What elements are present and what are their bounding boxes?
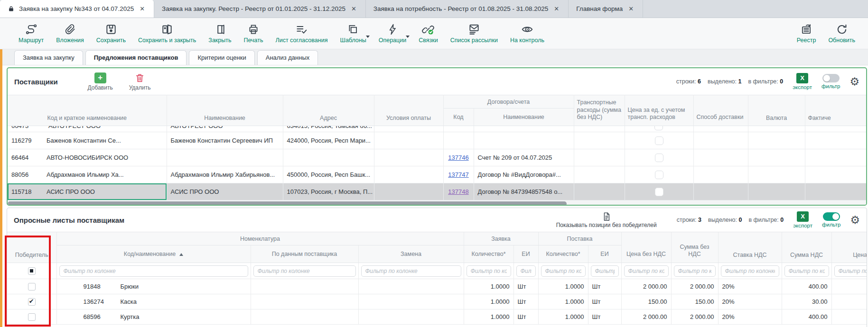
supplier-row-clipped[interactable]: 66473АВТОТРЕСТ ООО АВТОТРЕСТ ООО 634015,… — [8, 126, 866, 132]
refresh-button[interactable]: Обновить — [822, 23, 861, 44]
checkbox[interactable] — [655, 171, 663, 179]
window-tab-purchase-registry[interactable]: Заявка на закупку. Реестр - Реестр от 01… — [154, 0, 366, 18]
filter-input-unit-request[interactable] — [516, 265, 536, 277]
sheets-export-button[interactable]: X экспорт — [793, 211, 812, 228]
column-header-quantity-supply[interactable]: Количество* — [538, 245, 588, 263]
column-header-vat-amount[interactable]: Сумма НДС — [782, 232, 831, 263]
horizontal-scrollbar[interactable] — [8, 200, 866, 206]
application-window: Заявка на закупку №343 от 04.07.2025 ✕ З… — [0, 0, 868, 327]
attachments-button[interactable]: Вложения — [50, 23, 90, 44]
on-control-button[interactable]: На контроль — [504, 23, 551, 44]
filter-input-quantity-request[interactable] — [467, 265, 511, 277]
add-supplier-button[interactable]: + Добавить — [88, 73, 113, 91]
suppliers-panel: Поставщики + Добавить Удалить строки: 6 … — [7, 67, 867, 206]
sheet-row[interactable]: 136274Каска 1.0000 Шт 1.0000 Шт 150.00 1… — [7, 294, 867, 309]
column-header-unit-supply[interactable]: ЕИ — [588, 245, 621, 263]
column-header-by-supplier[interactable]: По данным поставщика — [251, 245, 358, 263]
filter-input-code-name[interactable] — [59, 265, 248, 277]
contract-link[interactable]: 137748 — [448, 188, 468, 195]
checkbox[interactable] — [655, 188, 663, 196]
filter-input-by-supplier[interactable] — [253, 265, 356, 277]
approval-list-icon — [295, 23, 308, 36]
sort-ascending-icon — [179, 253, 183, 256]
mailing-list-button[interactable]: Список рассылки — [444, 23, 504, 44]
checkbox[interactable] — [655, 136, 663, 145]
supplier-row-selected[interactable]: 115718АСИС ПРО ООО АСИС ПРО ООО 107023, … — [8, 183, 866, 200]
delete-supplier-button[interactable]: Удалить — [129, 73, 151, 91]
filter-input-price-with-vat[interactable] — [834, 265, 867, 277]
links-button[interactable]: Связки — [412, 23, 444, 44]
suppliers-grid: Код и краткое наименование Наименование … — [8, 95, 866, 200]
filter-input-vat-amount[interactable] — [784, 265, 829, 277]
operations-button[interactable]: Операции — [373, 23, 412, 44]
sheet-row[interactable]: 68596Куртка 1.0000 Шт 1.0000 Шт 2 000.00… — [7, 309, 867, 325]
column-header-address[interactable]: Адрес — [283, 95, 374, 126]
column-header-contract-name[interactable]: Наименование — [474, 109, 574, 126]
column-header-code-name-sortable[interactable]: Код/наименование — [56, 245, 251, 263]
column-header-amount-no-vat[interactable]: Сумма без НДС — [671, 232, 718, 263]
winner-checkbox[interactable] — [28, 298, 36, 306]
checkbox[interactable] — [655, 154, 663, 162]
window-tab-purchase-request[interactable]: Заявка на закупку №343 от 04.07.2025 ✕ — [0, 0, 154, 18]
filter-input-price[interactable] — [624, 265, 669, 277]
filter-input-vat-rate[interactable] — [721, 265, 779, 277]
suppliers-export-button[interactable]: X экспорт — [793, 73, 812, 90]
filter-input-quantity-supply[interactable] — [541, 265, 586, 277]
sheet-row[interactable]: 91848Брюки 1.0000 Шт 1.0000 Шт 2 000.00 … — [7, 279, 867, 294]
column-header-currency[interactable]: Валюта — [748, 95, 805, 126]
approval-sheet-button[interactable]: Лист согласования — [269, 23, 334, 44]
column-header-quantity-request[interactable]: Количество* — [464, 245, 513, 263]
close-icon[interactable]: ✕ — [350, 4, 358, 13]
column-header-delivery-method[interactable]: Способ доставки — [693, 95, 748, 126]
column-header-price-no-vat[interactable]: Цена без НДС — [621, 232, 671, 263]
show-positions-without-winners-button[interactable]: Показывать позиции без победителей — [556, 212, 657, 228]
column-header-payment-terms[interactable]: Условия оплаты — [374, 95, 443, 126]
winner-checkbox[interactable] — [28, 283, 36, 291]
column-header-price-with-vat[interactable]: Цена с НДС — [831, 232, 867, 263]
print-button[interactable]: Печать — [238, 23, 270, 44]
close-button[interactable]: Закрыть — [202, 23, 237, 44]
supplier-row[interactable]: 116279Баженов Константин Се... Баженов К… — [8, 132, 866, 149]
filter-input-unit-supply[interactable] — [591, 265, 619, 277]
column-header-replacement[interactable]: Замена — [358, 245, 464, 263]
close-icon[interactable]: ✕ — [552, 4, 560, 13]
column-header-vat-rate[interactable]: Ставка НДС — [718, 232, 782, 263]
close-icon[interactable]: ✕ — [627, 4, 635, 13]
filter-input-replacement[interactable] — [361, 265, 461, 277]
column-header-contract-code[interactable]: Код — [443, 109, 474, 126]
save-and-close-button[interactable]: Сохранить и закрыть — [132, 23, 202, 44]
column-header-unit-request[interactable]: ЕИ — [513, 245, 538, 263]
templates-button[interactable]: Шаблоны — [334, 23, 372, 44]
supplier-row[interactable]: 88056Абдрахманов Ильмир Ха... Абдрахмано… — [8, 166, 866, 183]
door-icon — [214, 23, 226, 36]
column-header-actual[interactable]: Фактиче — [805, 95, 866, 126]
column-header-transport-costs[interactable]: Транспортные расходы (сумма без НДС) — [574, 95, 625, 126]
select-all-winners-checkbox[interactable] — [28, 267, 36, 275]
tab-data-analysis[interactable]: Анализ данных — [257, 50, 318, 65]
sheets-filter-toggle[interactable]: фильтр — [822, 212, 840, 227]
contract-link[interactable]: 137746 — [448, 154, 468, 161]
sheets-settings-gear-icon[interactable]: ⚙ — [850, 215, 860, 226]
filter-input-amount[interactable] — [674, 265, 716, 277]
column-header-code-short-name[interactable]: Код и краткое наименование — [8, 95, 167, 126]
route-button[interactable]: Маршрут — [12, 23, 50, 44]
tab-evaluation-criteria[interactable]: Критерии оценки — [189, 50, 254, 65]
templates-icon — [347, 23, 359, 36]
checkbox[interactable] — [654, 126, 663, 131]
window-tab-main-form[interactable]: Главная форма ✕ — [569, 0, 643, 18]
column-header-unit-price-transport[interactable]: Цена за ед. с учетом трансп. расходов — [625, 95, 693, 126]
window-tab-need-registry[interactable]: Заявка на потребность - Реестр от 01.08.… — [366, 0, 569, 18]
scrollbar-thumb[interactable] — [8, 201, 567, 206]
tab-supplier-offers[interactable]: Предложения поставщиков — [85, 50, 187, 65]
registry-button[interactable]: Реестр — [791, 23, 822, 44]
contract-link[interactable]: 137747 — [448, 171, 468, 178]
save-button[interactable]: Сохранить — [90, 23, 132, 44]
close-icon[interactable]: ✕ — [138, 4, 146, 13]
winner-checkbox[interactable] — [28, 313, 36, 321]
tab-purchase-request[interactable]: Заявка на закупку — [14, 50, 83, 65]
column-header-winner[interactable]: Победитель — [7, 232, 56, 263]
suppliers-settings-gear-icon[interactable]: ⚙ — [849, 76, 859, 87]
supplier-row[interactable]: 66464АВТО-НОВОСИБИРСК ООО 137746 Счет № … — [8, 149, 866, 166]
suppliers-filter-toggle[interactable]: фильтр — [821, 74, 840, 89]
column-header-name[interactable]: Наименование — [167, 95, 283, 126]
